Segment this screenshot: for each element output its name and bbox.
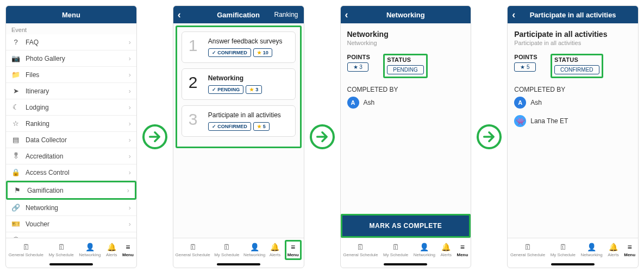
chevron-right-icon: › bbox=[129, 136, 131, 144]
menu-item-icon: ☾ bbox=[11, 103, 20, 111]
tab-alerts[interactable]: 🔔Alerts bbox=[608, 243, 618, 257]
status-value: CONFIRMED bbox=[554, 65, 599, 74]
tab-general-schedule[interactable]: 🗓General Schedule bbox=[343, 243, 378, 257]
arrow-right-icon bbox=[147, 129, 162, 144]
tab-general-schedule[interactable]: 🗓General Schedule bbox=[176, 243, 210, 257]
tab-menu[interactable]: ≡Menu bbox=[122, 243, 134, 257]
menu-icon: ≡ bbox=[291, 243, 295, 251]
screen-participate-detail: ‹ Participate in all activities Particip… bbox=[507, 5, 639, 268]
activity-subtitle: Networking bbox=[347, 40, 465, 46]
ranking-button[interactable]: Ranking bbox=[274, 11, 298, 18]
menu-item-photo-gallery[interactable]: 📷Photo Gallery› bbox=[6, 50, 136, 67]
tab-networking[interactable]: 👤Networking bbox=[414, 243, 435, 257]
back-button[interactable]: ‹ bbox=[178, 10, 181, 20]
tab-menu[interactable]: ≡Menu bbox=[624, 243, 635, 257]
tab-general-schedule[interactable]: 🗓General Schedule bbox=[9, 243, 43, 257]
menu-item-itinerary[interactable]: ➤Itinerary› bbox=[6, 83, 136, 99]
completed-user: AAsh bbox=[514, 93, 632, 112]
menu-item-virtual-lobby[interactable]: 🏛Virtual Lobby› bbox=[6, 232, 136, 238]
menu-item-label: Photo Gallery bbox=[26, 55, 65, 62]
person-icon: 👤 bbox=[250, 243, 259, 251]
tab-general-schedule[interactable]: 🗓General Schedule bbox=[510, 243, 545, 257]
completed-user: 👾Lana The ET bbox=[514, 112, 632, 130]
tab-alerts[interactable]: 🔔Alerts bbox=[270, 243, 280, 257]
chevron-right-icon: › bbox=[129, 153, 131, 160]
tab-alerts[interactable]: 🔔Alerts bbox=[440, 243, 451, 257]
menu-item-files[interactable]: 📁Files› bbox=[6, 67, 136, 83]
menu-item-icon: 📁 bbox=[11, 71, 20, 79]
flow-arrow bbox=[310, 124, 335, 149]
card-title: Answer feedback surveys bbox=[208, 37, 283, 45]
menu-item-icon: ➤ bbox=[11, 87, 20, 95]
header-title: Gamification bbox=[217, 11, 260, 19]
menu-item-icon: 📷 bbox=[11, 54, 20, 62]
menu-item-lodging[interactable]: ☾Lodging› bbox=[6, 99, 136, 116]
gamification-cards-highlight: 1Answer feedback surveys✓ CONFIRMED★102N… bbox=[176, 26, 302, 148]
chevron-right-icon: › bbox=[129, 104, 131, 111]
bell-icon: 🔔 bbox=[609, 243, 618, 251]
arrow-right-icon bbox=[482, 129, 497, 144]
status-block-highlight: STATUS PENDING bbox=[383, 54, 428, 78]
menu-item-voucher[interactable]: 🎫Voucher› bbox=[6, 216, 136, 232]
status-label: STATUS bbox=[554, 56, 599, 63]
menu-item-icon: 🔒 bbox=[11, 168, 20, 176]
menu-item-ranking[interactable]: ☆Ranking› bbox=[6, 116, 136, 132]
mark-complete-button[interactable]: MARK AS COMPLETE bbox=[341, 214, 471, 238]
menu-item-gamification[interactable]: ⚑Gamification› bbox=[6, 181, 136, 200]
avatar: 👾 bbox=[514, 115, 526, 127]
tab-networking[interactable]: 👤Networking bbox=[581, 243, 603, 257]
chevron-right-icon: › bbox=[129, 39, 131, 46]
gamification-card[interactable]: 1Answer feedback surveys✓ CONFIRMED★10 bbox=[182, 31, 296, 63]
activity-title: Networking bbox=[347, 30, 465, 39]
menu-item-accreditation[interactable]: 🎖Accreditation› bbox=[6, 148, 136, 164]
avatar: A bbox=[347, 97, 359, 109]
menu-item-data-collector[interactable]: ▤Data Collector› bbox=[6, 132, 136, 148]
chevron-right-icon: › bbox=[129, 120, 131, 128]
points-value: ★ 5 bbox=[514, 62, 535, 72]
tab-my-schedule[interactable]: 🗓My Schedule bbox=[383, 243, 408, 257]
status-badge: ✓ CONFIRMED bbox=[208, 48, 251, 57]
gamification-card[interactable]: 2Networking✓ PENDING★3 bbox=[182, 68, 296, 100]
user-name: Lana The ET bbox=[530, 117, 568, 125]
menu-item-access-control[interactable]: 🔒Access Control› bbox=[6, 164, 136, 181]
arrow-right-icon bbox=[315, 129, 330, 144]
tab-my-schedule[interactable]: 🗓My Schedule bbox=[551, 243, 576, 257]
tab-menu[interactable]: ≡Menu bbox=[285, 240, 302, 260]
menu-item-label: Lodging bbox=[26, 104, 49, 111]
status-badge: ✓ PENDING bbox=[208, 85, 244, 94]
tab-networking[interactable]: 👤Networking bbox=[243, 243, 265, 257]
header: ‹ Gamification Ranking bbox=[173, 6, 304, 23]
calendar-icon: 🗓 bbox=[58, 243, 65, 251]
screen-gamification: ‹ Gamification Ranking 1Answer feedback … bbox=[173, 5, 304, 268]
activity-subtitle: Participate in all activities bbox=[514, 40, 632, 46]
rank-number: 3 bbox=[189, 111, 201, 131]
back-button[interactable]: ‹ bbox=[345, 10, 348, 20]
calendar-icon: 🗓 bbox=[223, 243, 230, 251]
menu-item-networking[interactable]: 🔗Networking› bbox=[6, 200, 136, 216]
status-value: PENDING bbox=[387, 65, 424, 74]
home-indicator bbox=[384, 263, 427, 265]
chevron-right-icon: › bbox=[129, 220, 131, 228]
user-name: Ash bbox=[364, 99, 375, 106]
menu-list: Event ?FAQ›📷Photo Gallery›📁Files›➤Itiner… bbox=[6, 23, 136, 238]
tab-my-schedule[interactable]: 🗓My Schedule bbox=[214, 243, 239, 257]
menu-item-icon: ▤ bbox=[11, 136, 20, 144]
activity-title: Participate in all activities bbox=[514, 30, 632, 39]
menu-item-faq[interactable]: ?FAQ› bbox=[6, 34, 136, 50]
header: ‹ Networking bbox=[341, 6, 471, 23]
tab-menu[interactable]: ≡Menu bbox=[457, 243, 468, 257]
tab-alerts[interactable]: 🔔Alerts bbox=[106, 243, 117, 257]
bell-icon: 🔔 bbox=[107, 243, 116, 251]
tabbar: 🗓General Schedule 🗓My Schedule 👤Networki… bbox=[508, 238, 638, 262]
card-title: Participate in all activities bbox=[208, 111, 281, 119]
tab-networking[interactable]: 👤Networking bbox=[79, 243, 101, 257]
status-label: STATUS bbox=[387, 56, 424, 63]
back-button[interactable]: ‹ bbox=[512, 10, 515, 20]
rank-number: 1 bbox=[189, 37, 201, 57]
section-event: Event bbox=[6, 23, 136, 34]
menu-item-label: Voucher bbox=[26, 220, 49, 228]
user-name: Ash bbox=[530, 99, 542, 106]
menu-item-label: FAQ bbox=[26, 39, 39, 46]
tab-my-schedule[interactable]: 🗓My Schedule bbox=[48, 243, 73, 257]
gamification-card[interactable]: 3Participate in all activities✓ CONFIRME… bbox=[182, 105, 296, 137]
